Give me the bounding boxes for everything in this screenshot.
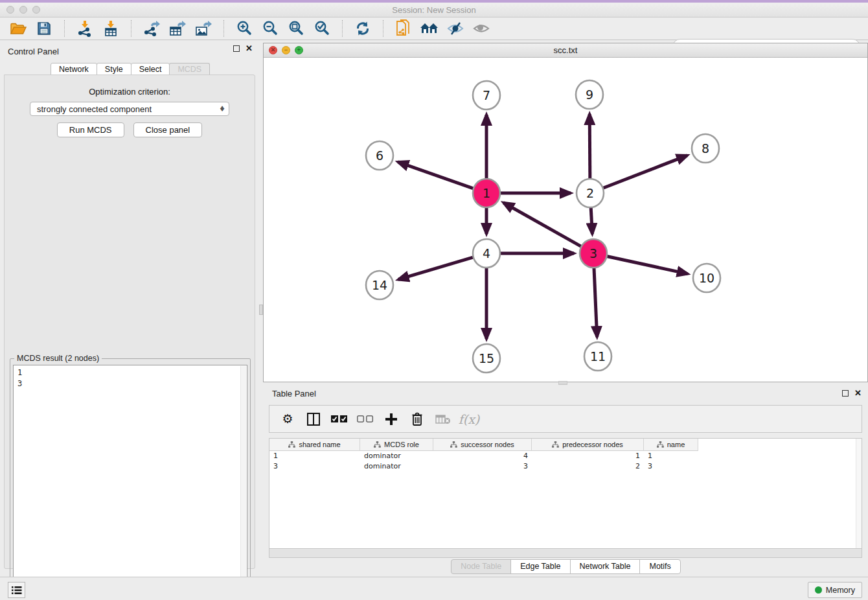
node-3[interactable]: 3 <box>580 239 607 268</box>
network-file-icon[interactable] <box>391 19 417 38</box>
open-folder-icon[interactable] <box>5 19 31 38</box>
svg-text:8: 8 <box>702 141 709 156</box>
table-cell[interactable]: 1 <box>269 451 360 461</box>
node-15[interactable]: 15 <box>473 344 500 373</box>
node-1[interactable]: 1 <box>473 179 500 207</box>
close-panel-icon[interactable]: ✕ <box>246 45 253 52</box>
edge-4-14[interactable] <box>398 257 474 280</box>
svg-text:10: 10 <box>699 271 714 285</box>
table-cell[interactable]: 2 <box>532 461 644 472</box>
table-cell[interactable]: 1 <box>532 451 644 461</box>
column-header-predecessor-nodes[interactable]: predecessor nodes <box>532 439 644 451</box>
table-cell[interactable]: 4 <box>433 451 532 461</box>
table-cell[interactable]: dominator <box>360 461 433 472</box>
toolbar-separator <box>64 20 65 37</box>
node-7[interactable]: 7 <box>473 81 500 110</box>
gear-icon[interactable]: ⚙ <box>276 408 299 430</box>
node-11[interactable]: 11 <box>584 342 611 371</box>
close-panel-icon[interactable]: ✕ <box>854 390 862 397</box>
edge-2-3[interactable] <box>591 206 592 234</box>
table-scrollbar[interactable] <box>856 439 862 548</box>
zoom-in-icon[interactable] <box>231 19 257 38</box>
table-body: 1dominator4113dominator323 <box>269 451 862 472</box>
table-hscroll-strip[interactable] <box>269 548 862 558</box>
list-icon <box>12 586 22 595</box>
export-network-icon[interactable] <box>139 19 165 38</box>
column-header-successor-nodes[interactable]: successor nodes <box>433 439 532 451</box>
column-header-MCDS-role[interactable]: MCDS role <box>360 439 433 451</box>
node-4[interactable]: 4 <box>473 239 500 268</box>
node-table: shared nameMCDS rolesuccessor nodesprede… <box>269 438 862 548</box>
node-9[interactable]: 9 <box>576 80 603 109</box>
import-table-icon[interactable] <box>98 19 124 38</box>
trash-icon[interactable] <box>405 408 429 430</box>
run-mcds-button[interactable]: Run MCDS <box>57 122 124 137</box>
export-table-icon[interactable] <box>165 19 190 38</box>
criterion-select[interactable]: strongly connected component ▲▼ <box>30 102 229 116</box>
zoom-fit-icon[interactable] <box>283 19 309 38</box>
function-icon[interactable]: f(x) <box>457 408 481 430</box>
edge-2-8[interactable] <box>602 156 687 189</box>
network-view-window: ✕ − + scc.txt 7968124314101511 <box>263 43 868 382</box>
tab-node-table[interactable]: Node Table <box>451 559 511 574</box>
task-list-button[interactable] <box>8 582 25 598</box>
criterion-value: strongly connected component <box>37 104 220 114</box>
memory-button[interactable]: Memory <box>808 582 862 598</box>
show-eye-icon[interactable] <box>468 19 494 38</box>
tab-network-table[interactable]: Network Table <box>570 559 641 574</box>
table-cell[interactable]: dominator <box>360 451 433 461</box>
table-row[interactable]: 3dominator323 <box>269 461 862 472</box>
table-cell[interactable]: 3 <box>269 461 360 472</box>
table-cell[interactable]: 3 <box>433 461 532 472</box>
close-panel-button[interactable]: Close panel <box>133 122 203 137</box>
table-cell[interactable]: 1 <box>644 451 698 461</box>
float-panel-icon[interactable] <box>233 45 240 52</box>
zoom-selected-icon[interactable] <box>309 19 335 38</box>
result-scrollbar[interactable] <box>240 366 246 597</box>
table-panel: Table Panel ✕ ⚙ f(x) shared nameMCDS rol… <box>263 385 868 577</box>
split-columns-icon[interactable] <box>302 408 325 430</box>
edge-3-10[interactable] <box>606 256 688 273</box>
edge-1-6[interactable] <box>398 162 474 189</box>
export-image-icon[interactable] <box>190 19 216 38</box>
edge-3-1[interactable] <box>503 203 582 247</box>
tab-motifs[interactable]: Motifs <box>639 559 680 574</box>
import-network-icon[interactable] <box>72 19 98 38</box>
node-14[interactable]: 14 <box>366 271 393 299</box>
network-canvas[interactable]: 7968124314101511 <box>264 58 867 382</box>
home-icon[interactable] <box>417 19 442 38</box>
vertical-divider-grip[interactable] <box>259 305 263 315</box>
main-toolbar <box>0 17 868 40</box>
unchecked-boxes-icon[interactable] <box>354 408 377 430</box>
toolbar-separator <box>131 20 131 37</box>
table-panel-title: Table Panel <box>272 389 316 398</box>
svg-text:9: 9 <box>586 87 593 102</box>
zoom-out-icon[interactable] <box>257 19 283 38</box>
table-cell[interactable]: 3 <box>644 461 698 472</box>
column-header-shared-name[interactable]: shared name <box>269 439 360 451</box>
svg-text:4: 4 <box>483 246 490 260</box>
edge-3-11[interactable] <box>594 266 597 337</box>
network-view-titlebar[interactable]: ✕ − + scc.txt <box>264 43 867 58</box>
float-panel-icon[interactable] <box>842 390 849 397</box>
delete-column-icon[interactable] <box>431 408 455 430</box>
plus-icon[interactable] <box>380 408 403 430</box>
node-10[interactable]: 10 <box>693 264 720 292</box>
hide-eye-icon[interactable] <box>442 19 468 38</box>
app-title: Session: New Session <box>0 5 868 15</box>
node-8[interactable]: 8 <box>692 134 719 163</box>
table-toolbar: ⚙ f(x) <box>269 405 862 433</box>
mcds-tab-content: Optimization criterion: strongly connect… <box>4 75 255 569</box>
edge-2-9[interactable] <box>589 114 590 180</box>
mcds-result-text[interactable]: 1 3 <box>13 365 247 599</box>
node-2[interactable]: 2 <box>577 179 604 207</box>
column-header-name[interactable]: name <box>644 439 698 451</box>
control-panel-title: Control Panel <box>8 47 59 56</box>
svg-text:1: 1 <box>483 186 490 200</box>
checked-boxes-icon[interactable] <box>328 408 351 430</box>
table-row[interactable]: 1dominator411 <box>269 451 862 461</box>
save-icon[interactable] <box>31 19 57 38</box>
tab-edge-table[interactable]: Edge Table <box>510 559 570 574</box>
refresh-icon[interactable] <box>350 19 376 38</box>
node-6[interactable]: 6 <box>366 141 393 170</box>
